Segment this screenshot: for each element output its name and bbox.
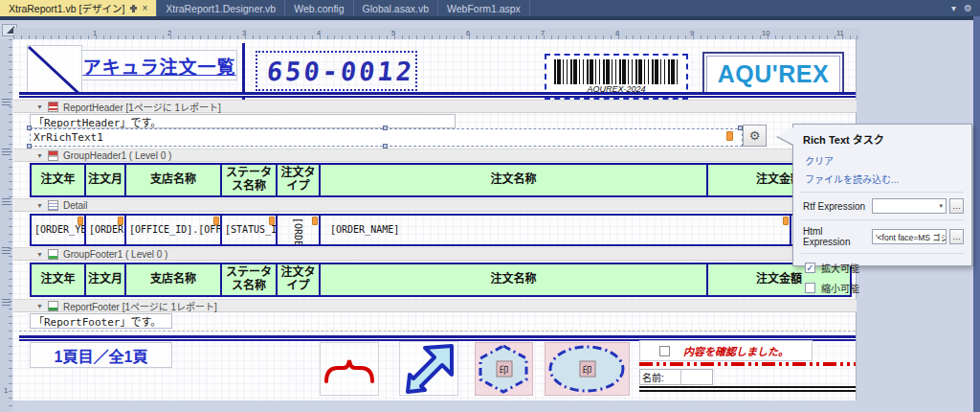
header-cell[interactable]: 注文タイプ [276, 163, 321, 197]
footer-cell[interactable]: 注文月 [84, 263, 126, 297]
report-header-text-label[interactable]: 「ReportHeader」です。 [30, 114, 456, 128]
header-cell[interactable]: 支店名称 [124, 163, 222, 197]
detail-field-cell[interactable]: [ORDER_ [84, 214, 126, 246]
checkbox-icon[interactable] [659, 346, 670, 356]
band-group-header[interactable]: ▼ GroupHeader1 ( Level 0 ) [13, 149, 857, 162]
footer-cell[interactable]: 注文名称 [319, 263, 708, 297]
ruler-number: 6 [466, 29, 470, 37]
stamp-hexagon[interactable]: 印 [475, 342, 533, 396]
group-header-band-icon [48, 150, 58, 161]
band-detail[interactable]: ▼ Detail [13, 198, 857, 212]
band-label: GroupFooter1 ( Level 0 ) [63, 249, 168, 260]
header-cell[interactable]: 注文月 [84, 163, 126, 197]
smart-tag-icon[interactable] [78, 217, 83, 225]
load-file-link[interactable]: ファイルを読み込む... [793, 170, 971, 188]
footer-cell[interactable]: ステータス名称 [220, 263, 278, 297]
chevron-down-icon[interactable]: ▾ [951, 3, 956, 13]
html-expression-label: Html Expression [803, 226, 872, 247]
smart-tag-icon[interactable] [312, 217, 318, 225]
tab-label: WebForm1.aspx [447, 3, 521, 14]
red-dash-dot-line [639, 362, 856, 366]
header-cell[interactable]: 注文年 [30, 163, 86, 197]
company-logo[interactable]: AQU'REX [702, 52, 844, 97]
brace-shape[interactable] [320, 342, 379, 396]
page-margin-dotted-line [19, 331, 856, 332]
collapse-icon[interactable]: ▼ [36, 303, 43, 309]
label-text: 「ReportFooter」です。 [33, 313, 161, 329]
band-report-header[interactable]: ▼ ReportHeader [1ページに 1レポート] [13, 100, 857, 113]
selection-handle[interactable] [383, 126, 388, 130]
name-field[interactable]: 名前: [639, 369, 713, 385]
clear-link[interactable]: クリア [793, 151, 971, 170]
rtf-browse-button[interactable]: … [949, 198, 964, 214]
lcd-text-element[interactable]: 650-0012 [256, 51, 417, 91]
window-gear-icon[interactable]: ⚙ [964, 3, 972, 13]
checkbox-unchecked-icon[interactable] [805, 283, 815, 293]
footer-cell[interactable]: 注文タイプ [276, 263, 321, 297]
html-expression-combo[interactable]: '<font face=MS ゴシック ▾ [872, 229, 947, 244]
arrow-shape[interactable] [399, 341, 458, 396]
collapse-icon[interactable]: ▼ [36, 202, 43, 209]
selection-handle[interactable] [27, 126, 32, 130]
detail-field-cell[interactable]: [ORDER_NAME] [319, 214, 791, 246]
band-resize-mark[interactable] [2, 99, 11, 105]
tab-xtrareport1-designer[interactable]: XtraReport1.Designer.vb [157, 0, 285, 16]
smart-tag-icon[interactable] [783, 217, 789, 225]
field-text: [ORDER [293, 217, 304, 246]
smart-tag-icon[interactable] [269, 217, 275, 225]
band-resize-mark[interactable] [2, 299, 11, 306]
stamp-label: 印 [496, 361, 512, 378]
separator [801, 253, 964, 254]
html-browse-button[interactable]: … [949, 229, 964, 244]
header-cell[interactable]: ステータス名称 [220, 163, 278, 197]
smart-tag-icon[interactable] [213, 217, 219, 225]
report-title-text: アキュラ注文一覧 [82, 53, 235, 79]
diagonal-line-shape[interactable] [27, 45, 82, 97]
collapse-icon[interactable]: ▼ [36, 251, 43, 258]
band-resize-mark[interactable] [2, 149, 11, 155]
tab-web-config[interactable]: Web.config [285, 0, 353, 16]
header-separator-line [19, 92, 856, 98]
smart-tag-icon[interactable] [726, 131, 733, 141]
chevron-down-icon[interactable]: ▾ [936, 202, 946, 210]
detail-field-cell[interactable]: [STATUS_ID [220, 214, 278, 246]
footer-cell[interactable]: 支店名称 [124, 263, 222, 297]
detail-field-cell-vertical[interactable]: [ORDER [276, 214, 321, 246]
html-expression-row: Html Expression '<font face=MS ゴシック ▾ … [793, 224, 971, 249]
close-icon[interactable]: × [142, 3, 147, 13]
checkbox-checked-icon[interactable]: ✓ [805, 263, 815, 273]
smart-tag-icon[interactable] [118, 217, 123, 225]
detail-field-cell[interactable]: [ORDER_YEA [30, 214, 86, 246]
band-group-footer[interactable]: ▼ GroupFooter1 ( Level 0 ) [13, 247, 857, 261]
detail-field-cell[interactable]: [OFFICE_ID].[OFFIC [124, 214, 222, 246]
group-footer-band-icon [48, 249, 58, 260]
field-text: [ORDER_ [89, 224, 126, 236]
can-grow-label: 拡大可能 [821, 261, 859, 275]
detail-row: [ORDER_YEA [ORDER_ [OFFICE_ID].[OFFIC [S… [30, 214, 852, 246]
tab-global-asax[interactable]: Global.asax.vb [354, 0, 438, 16]
page-info-label[interactable]: 1頁目／全1頁 [30, 342, 172, 368]
task-panel-title: Rich Text タスク [793, 125, 971, 151]
collapse-icon[interactable]: ▼ [36, 152, 43, 159]
band-resize-mark[interactable] [2, 198, 11, 205]
header-cell[interactable]: 注文名称 [319, 163, 708, 197]
report-title-label[interactable]: アキュラ注文一覧 [81, 50, 237, 80]
tab-webform1[interactable]: WebForm1.aspx [438, 0, 530, 16]
band-label: ReportFooter [1ページに 1レポート] [63, 299, 217, 313]
footer-cell[interactable]: 注文年 [30, 263, 86, 297]
report-footer-text-label[interactable]: 「ReportFooter」です。 [30, 313, 172, 329]
stamp-ellipse[interactable]: 印 [545, 342, 630, 396]
band-report-footer[interactable]: ▼ ReportFooter [1ページに 1レポート] [13, 299, 857, 312]
confirm-checkbox-element[interactable]: 内容を確認しました。 [639, 340, 813, 361]
collapse-icon[interactable]: ▼ [36, 103, 43, 110]
tab-xtrareport1-design[interactable]: XtraReport1.vb [デザイン] × [0, 0, 157, 16]
pin-icon[interactable] [132, 5, 135, 12]
rtf-expression-combo[interactable]: ▾ [872, 198, 947, 214]
footer-cell-text: ステータス名称 [223, 266, 275, 293]
field-divider [680, 370, 681, 384]
band-resize-mark[interactable] [2, 247, 11, 254]
diagonal-line [28, 46, 81, 96]
footer-cell-text: 注文月 [88, 273, 122, 286]
smart-tag-gear-button[interactable]: ⚙ [743, 125, 767, 147]
header-cell-text: ステータス名称 [223, 167, 275, 194]
